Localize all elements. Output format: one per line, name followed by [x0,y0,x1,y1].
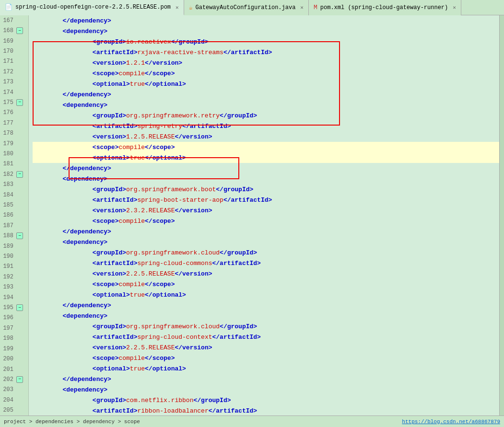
line-number: 196 [0,314,15,321]
code-line: <artifactId>spring-boot-starter-aop</art… [33,195,499,205]
line-number: 201 [0,366,15,373]
gutter-row: 189 [0,241,28,251]
tab-pom-close[interactable]: ✕ [176,4,179,11]
line-number: 174 [0,89,15,96]
status-link[interactable]: https://blog.csdn.net/a68867879 [402,419,500,425]
tab-java[interactable]: ☕ GatewayAutoConfiguration.java ✕ [184,0,309,15]
tab-xml-label: pom.xml (spring-cloud-gateway-runner) [320,4,448,11]
line-number: 193 [0,284,15,290]
line-number: 175 [0,99,15,106]
line-number: 203 [0,386,15,393]
code-line: <dependency> [33,173,499,184]
line-number: 198 [0,335,15,342]
line-number: 181 [0,161,15,167]
gutter-row: 173 [0,77,28,87]
line-number: 171 [0,58,15,65]
line-number: 179 [0,140,15,147]
line-number: 197 [0,325,15,332]
code-line: <optional>true</optional> [33,289,499,300]
gutter-row: 198 [0,334,28,344]
line-gutter: 167168−169170171172173174175−17617717817… [0,15,29,415]
line-number: 205 [0,407,15,414]
gutter-row: 169 [0,36,28,46]
code-line: </dependency> [33,15,499,26]
line-number: 204 [0,397,15,404]
line-number: 190 [0,253,15,260]
gutter-row: 178 [0,128,28,138]
line-number: 180 [0,150,15,157]
fold-icon[interactable]: − [16,171,23,178]
gutter-row: 181 [0,159,28,169]
line-number: 169 [0,38,15,45]
line-number: 173 [0,79,15,85]
gutter-row: 170 [0,46,28,56]
code-line: </dependency> [33,163,499,173]
code-line: <version>1.2.1</version> [33,58,499,68]
gutter-row: 196 [0,313,28,323]
code-line: <scope>compile</scope> [33,142,499,152]
gutter-row: 182− [0,169,28,179]
gutter-row: 175− [0,97,28,107]
gutter-row: 176 [0,108,28,118]
line-number: 199 [0,346,15,352]
code-line: <dependency> [33,384,499,395]
vertical-scrollbar[interactable] [499,15,504,415]
gutter-row: 195− [0,302,28,312]
gutter-row: 194 [0,292,28,302]
code-line: <version>2.2.5.RELEASE</version> [33,268,499,279]
code-line: </dependency> [33,89,499,100]
gutter-row: 191 [0,262,28,272]
gutter-row: 201 [0,364,28,374]
tab-bar: 📄 spring-cloud-openfeign-core-2.2.5.RELE… [0,0,504,15]
code-line: <dependency> [33,311,499,321]
gutter-row: 186 [0,210,28,220]
code-line: <scope>compile</scope> [33,353,499,363]
tab-java-close[interactable]: ✕ [300,4,304,11]
gutter-row: 177 [0,118,28,128]
line-number: 177 [0,120,15,127]
code-area: </dependency> <dependency> <groupId>io.r… [29,15,499,415]
gutter-row: 171 [0,57,28,67]
code-line: <artifactId>spring-cloud-commons</artifa… [33,258,499,268]
code-line: <artifactId>spring-cloud-context</artifa… [33,332,499,342]
code-line: <groupId>org.springframework.cloud</grou… [33,247,499,258]
gutter-row: 199 [0,344,28,354]
tab-xml-close[interactable]: ✕ [453,4,456,11]
code-line: <optional>true</optional> [33,363,499,374]
gutter-row: 167 [0,15,28,25]
line-number: 170 [0,48,15,55]
line-number: 167 [0,17,15,24]
line-number: 183 [0,181,15,188]
fold-icon[interactable]: − [16,99,23,106]
fold-icon[interactable]: − [16,304,23,311]
line-number: 185 [0,202,15,208]
line-number: 187 [0,222,15,229]
fold-icon[interactable]: − [16,232,23,239]
line-number: 191 [0,263,15,270]
fold-icon[interactable]: − [16,376,23,383]
gutter-row: 180 [0,149,28,159]
code-line: <dependency> [33,237,499,247]
code-line: <dependency> [33,100,499,110]
code-line: <groupId>org.springframework.boot</group… [33,184,499,195]
code-line: <dependency> [33,26,499,36]
tab-xml[interactable]: M pom.xml (spring-cloud-gateway-runner) … [309,0,461,15]
code-line: <version>2.3.2.RELEASE</version> [33,205,499,216]
code-line: <scope>compile</scope> [33,68,499,79]
gutter-row: 179 [0,138,28,149]
gutter-row: 187 [0,220,28,231]
line-number: 186 [0,212,15,219]
code-line: <groupId>com.netflix.ribbon</groupId> [33,395,499,405]
gutter-row: 197 [0,323,28,333]
line-number: 194 [0,294,15,301]
tab-pom[interactable]: 📄 spring-cloud-openfeign-core-2.2.5.RELE… [0,0,184,15]
gutter-row: 200 [0,354,28,364]
gutter-row: 184 [0,190,28,200]
line-number: 192 [0,274,15,280]
fold-icon[interactable]: − [16,27,23,34]
line-number: 188 [0,232,15,239]
line-number: 184 [0,192,15,198]
gutter-row: 203 [0,385,28,395]
line-number: 189 [0,243,15,250]
code-line: </dependency> [33,226,499,237]
